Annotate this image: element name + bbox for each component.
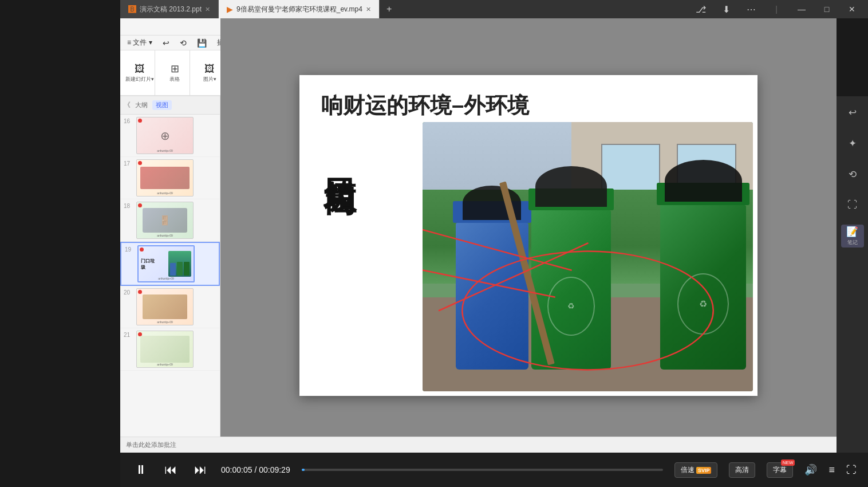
separator: |: [765, 0, 788, 18]
slide-item-16[interactable]: 16 anhuntip+09 ⊕: [120, 115, 220, 157]
minimize-button[interactable]: —: [790, 0, 813, 18]
more-icon[interactable]: ⋯: [740, 0, 763, 18]
prev-button[interactable]: ⏮: [161, 461, 180, 479]
ppt-status-bar: 单击此处添加批注: [120, 437, 837, 453]
slide-dot-20: [138, 290, 142, 294]
table-button[interactable]: ⊞ 表格: [165, 64, 184, 82]
download-icon[interactable]: ⬇: [715, 0, 737, 18]
slide-label-20: anhuntip+09: [138, 320, 192, 324]
progress-bar[interactable]: [302, 469, 663, 471]
app-tab-video-icon: ▶: [227, 5, 233, 14]
slide-content: 响财运的环境–外环境 门口垃圾箱: [299, 75, 757, 396]
slide-label-18: anhuntip+09: [138, 234, 192, 237]
back-nav-button[interactable]: ↩: [841, 101, 864, 124]
annotation-panel: ↩ ✦ ⟲ ⛶ 📝 笔记: [837, 96, 868, 453]
rotate-icon: ⟲: [849, 168, 857, 180]
time-display: 00:00:05 / 00:09:29: [221, 465, 290, 474]
new-badge: NEW: [781, 459, 795, 466]
new-tab-button[interactable]: +: [380, 0, 399, 18]
app-tab-video-label: 9倍易堂何曼宁老师家宅环境课程_ev.mp4: [236, 5, 362, 14]
slide-thumb-21: anhuntip+09: [136, 331, 194, 368]
progress-fill: [302, 469, 305, 471]
slide-thumb-18: anhuntip+09 🚪: [136, 202, 194, 239]
slide-label-19: anhuntip+09: [140, 277, 192, 280]
slide-panel: 16 anhuntip+09 ⊕ 17 anhuntip+09 18 anhun…: [120, 115, 220, 437]
ribbon-table: ⊞ 表格: [160, 50, 190, 95]
slide-canvas: 响财运的环境–外环境 门口垃圾箱: [299, 75, 757, 396]
fullscreen-nav-button[interactable]: ⛶: [841, 194, 864, 217]
slide-thumb-20: anhuntip+09: [136, 288, 194, 325]
app-tab-close[interactable]: ✕: [205, 6, 210, 13]
table-label: 表格: [169, 76, 180, 83]
pause-icon: ⏸: [135, 462, 147, 477]
notes-button[interactable]: 📝 笔记: [841, 225, 864, 248]
app-tabs: 🅱 演示文稿 2013.2.ppt ✕ ▶ 9倍易堂何曼宁老师家宅环境课程_ev…: [120, 0, 399, 18]
slide-panel-header: 《 大纲 视图: [120, 96, 220, 115]
speed-label: 倍速: [681, 466, 695, 474]
slide-num-21: 21: [124, 332, 133, 338]
speed-button[interactable]: 倍速 SVIP: [674, 462, 718, 478]
volume-icon: 🔊: [804, 464, 817, 476]
playlist-button[interactable]: ≡: [828, 464, 835, 476]
next-button[interactable]: ⏭: [191, 461, 210, 479]
slide-num-17: 17: [124, 160, 133, 167]
fullscreen-button[interactable]: ⛶: [846, 464, 857, 476]
slide-thumb-19: anhuntip+09 门口垃圾: [137, 245, 195, 282]
share-icon[interactable]: ⎇: [689, 0, 712, 18]
image-button[interactable]: 🖼 图片▾: [200, 64, 219, 82]
playlist-icon: ≡: [828, 464, 835, 476]
notes-icon: 📝: [846, 226, 858, 238]
view-tab[interactable]: 视图: [152, 100, 172, 110]
bins-photo: ♻ ♻: [423, 122, 753, 391]
menu-file[interactable]: ≡ 文件 ▾: [123, 37, 157, 49]
slide-label-17: anhuntip+09: [138, 191, 192, 195]
app-tab-icon: 🅱: [128, 5, 136, 14]
quality-label: 高清: [735, 466, 749, 474]
app-tab-video-close[interactable]: ✕: [366, 6, 371, 13]
rotate-button[interactable]: ⟲: [841, 163, 864, 186]
app-tab-label: 演示文稿 2013.2.ppt: [140, 5, 202, 14]
new-slide-label: 新建幻灯片▾: [125, 76, 154, 83]
image-label: 图片▾: [203, 76, 216, 83]
app-tab-main[interactable]: 🅱 演示文稿 2013.2.ppt ✕: [120, 0, 219, 18]
slide-item-19[interactable]: 19 anhuntip+09 门口垃圾: [120, 242, 220, 286]
fullscreen-nav-icon: ⛶: [847, 199, 857, 211]
ppt-comment-hint: 单击此处添加批注: [126, 441, 176, 449]
menu-undo-icon[interactable]: ↩: [158, 37, 174, 49]
player-controls: ⏸ ⏮ ⏭ 00:00:05 / 00:09:29 倍速 SVIP 高清 字幕 …: [120, 453, 868, 487]
slide-item-20[interactable]: 20 anhuntip+09: [120, 286, 220, 328]
app-title-bar: 🅱 演示文稿 2013.2.ppt ✕ ▶ 9倍易堂何曼宁老师家宅环境课程_ev…: [120, 0, 868, 18]
slide-item-17[interactable]: 17 anhuntip+09: [120, 157, 220, 199]
slide-label-21: anhuntip+09: [138, 363, 192, 366]
volume-button[interactable]: 🔊: [804, 464, 817, 476]
table-icon: ⊞: [171, 62, 179, 75]
fullscreen-icon: ⛶: [846, 464, 857, 476]
ribbon-new-slide: 🖼 新建幻灯片▾: [125, 50, 155, 95]
slide-dot-18: [138, 203, 142, 207]
star-button[interactable]: ✦: [841, 132, 864, 155]
quality-button[interactable]: 高清: [729, 462, 755, 478]
subtitle-button[interactable]: 字幕 NEW: [767, 462, 793, 478]
slide-thumb-16: anhuntip+09 ⊕: [136, 117, 194, 154]
notes-label: 笔记: [847, 239, 858, 246]
new-slide-icon: 🖼: [135, 63, 145, 75]
slide-item-21[interactable]: 21 anhuntip+09: [120, 328, 220, 371]
star-icon: ✦: [849, 138, 857, 150]
slide-thumb-17: anhuntip+09: [136, 159, 194, 197]
collapse-icon[interactable]: 《: [124, 100, 131, 110]
slide-title: 响财运的环境–外环境: [321, 91, 529, 120]
pause-button[interactable]: ⏸: [132, 461, 150, 479]
outline-tab[interactable]: 大纲: [135, 101, 148, 109]
app-tab-video[interactable]: ▶ 9倍易堂何曼宁老师家宅环境课程_ev.mp4 ✕: [219, 0, 380, 18]
subtitle-label: 字幕: [773, 466, 787, 474]
menu-save-icon[interactable]: 💾: [192, 37, 211, 49]
slide-item-18[interactable]: 18 anhuntip+09 🚪: [120, 199, 220, 242]
menu-redo-icon[interactable]: ⟲: [175, 37, 191, 49]
new-slide-button[interactable]: 🖼 新建幻灯片▾: [131, 64, 149, 82]
close-button[interactable]: ✕: [841, 0, 863, 18]
left-sidebar: [0, 0, 120, 487]
back-nav-icon: ↩: [849, 107, 857, 119]
maximize-button[interactable]: □: [815, 0, 838, 18]
green-bin-right: ♻: [660, 195, 746, 370]
slide-num-19: 19: [125, 246, 134, 253]
